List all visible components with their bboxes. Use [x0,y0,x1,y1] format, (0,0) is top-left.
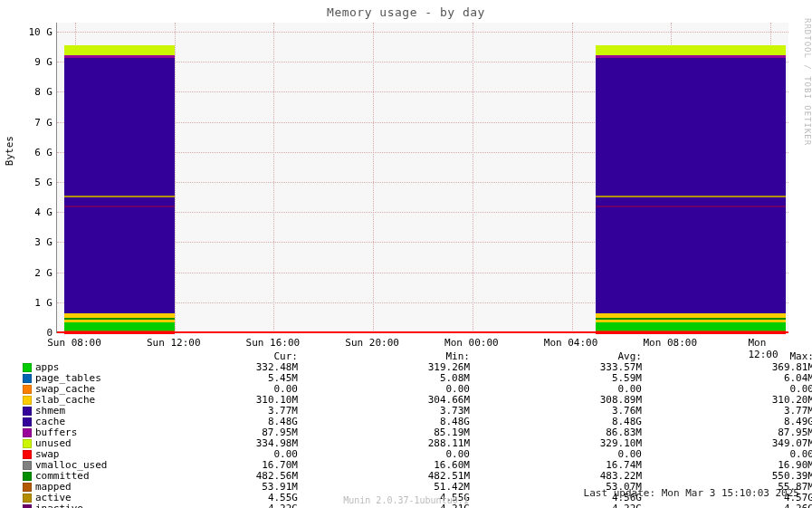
rrdtool-credit: RRDTOOL / TOBI OETIKER [801,18,812,146]
legend-header: Cur:Min:Avg:Max: [23,351,812,362]
legend-row: swap0.000.000.000.00 [23,449,812,460]
legend-row: slab_cache310.10M304.66M308.89M310.20M [23,395,812,406]
y-tick: 7 G [27,116,53,128]
x-tick: Sun 12:00 [147,337,201,349]
legend-row: apps332.48M319.26M333.57M369.81M [23,362,812,373]
x-tick: Mon 04:00 [544,337,598,349]
footer-version: Munin 2.0.37-1ubuntu0.1 [0,495,812,505]
x-tick: Mon 00:00 [444,337,499,349]
y-tick: 4 G [27,206,53,218]
y-tick: 8 G [27,86,53,98]
x-tick: Sun 08:00 [47,337,101,349]
chart-legend: Cur:Min:Avg:Max:apps332.48M319.26M333.57… [23,351,812,508]
x-tick: Mon 08:00 [643,337,697,349]
legend-row: page_tables5.45M5.08M5.59M6.04M [23,373,812,384]
legend-row: unused334.98M288.11M329.10M349.07M [23,438,812,449]
x-tick: Sun 16:00 [246,337,301,349]
y-tick: 10 G [27,25,53,37]
legend-row: shmem3.77M3.73M3.76M3.77M [23,406,812,417]
y-tick: 5 G [27,176,53,187]
chart-plot-area [56,23,788,333]
chart-title: Memory usage - by day [0,5,812,19]
legend-row: buffers87.95M85.19M86.83M87.95M [23,427,812,438]
y-axis-label: Bytes [4,136,15,166]
y-tick: 9 G [27,56,53,68]
x-tick: Sun 20:00 [345,337,399,349]
legend-row: swap_cache0.000.000.000.00 [23,384,812,395]
y-tick: 3 G [27,236,53,248]
y-tick: 2 G [27,266,53,278]
y-tick: 1 G [27,296,53,308]
legend-row: cache8.48G8.48G8.48G8.49G [23,417,812,427]
x-tick: Mon 12:00 [749,337,791,360]
y-tick: 6 G [27,146,53,158]
legend-row: vmalloc_used16.70M16.60M16.74M16.90M [23,460,812,471]
legend-row: committed482.56M482.51M483.22M550.39M [23,471,812,482]
